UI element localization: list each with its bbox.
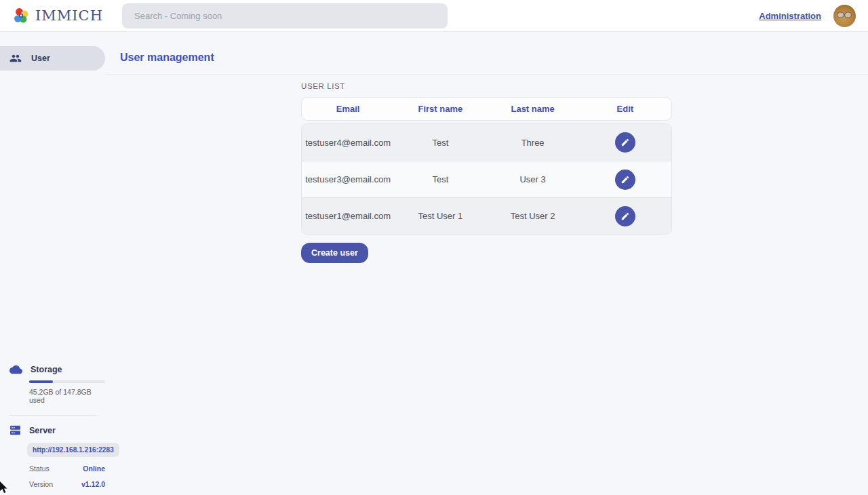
storage-title: Storage	[31, 365, 62, 374]
sidebar-divider	[9, 415, 97, 416]
column-header-email: Email	[302, 104, 394, 114]
glasses-icon	[836, 11, 853, 19]
sidebar-item-user[interactable]: User	[0, 46, 105, 71]
pencil-icon	[620, 138, 630, 147]
column-header-first-name: First name	[394, 104, 486, 114]
pencil-icon	[620, 175, 630, 184]
sidebar: User Storage 45.2GB of 147.8GB used	[0, 32, 105, 495]
cell-email: testuser4@email.com	[302, 138, 394, 148]
cell-last-name: Test User 2	[487, 211, 579, 221]
table-header-row: Email First name Last name Edit	[301, 97, 672, 121]
cell-email: testuser1@email.com	[302, 211, 394, 221]
server-version-row: Version v1.12.0	[29, 473, 105, 488]
storage-progress-track	[29, 380, 105, 383]
main-content: User management USER LIST Email First na…	[105, 32, 868, 495]
cell-email: testuser3@email.com	[302, 174, 394, 184]
version-value: v1.12.0	[81, 480, 105, 488]
user-table: testuser4@email.com Test Three testuser3…	[301, 123, 672, 235]
app-logo[interactable]: IMMICH	[12, 7, 121, 24]
version-label: Version	[29, 480, 53, 488]
users-icon	[9, 52, 22, 64]
storage-section: Storage 45.2GB of 147.8GB used	[0, 365, 105, 404]
table-row: testuser1@email.com Test User 1 Test Use…	[302, 197, 671, 234]
user-list-label: USER LIST	[301, 82, 672, 90]
table-row: testuser4@email.com Test Three	[302, 124, 671, 161]
cell-last-name: Three	[487, 138, 579, 148]
cell-first-name: Test	[394, 138, 486, 148]
top-bar: IMMICH Administration	[0, 0, 868, 32]
storage-progress-fill	[29, 380, 53, 383]
edit-user-button[interactable]	[615, 206, 635, 226]
table-row: testuser3@email.com Test User 3	[302, 161, 671, 197]
cloud-icon	[9, 365, 22, 374]
status-label: Status	[29, 464, 50, 473]
cell-first-name: Test	[394, 174, 486, 184]
cell-first-name: Test User 1	[394, 211, 486, 221]
create-user-button[interactable]: Create user	[301, 243, 368, 263]
page-title: User management	[120, 52, 868, 64]
storage-usage-text: 45.2GB of 147.8GB used	[29, 388, 105, 404]
column-header-last-name: Last name	[487, 104, 579, 114]
cell-last-name: User 3	[487, 174, 579, 184]
server-section: Server http://192.168.1.216:2283 Status …	[0, 425, 105, 488]
search-input[interactable]	[122, 3, 448, 28]
server-title: Server	[29, 426, 56, 435]
mouse-cursor	[0, 481, 11, 494]
immich-flower-icon	[12, 7, 30, 24]
server-icon	[9, 425, 21, 435]
column-header-edit: Edit	[579, 104, 671, 114]
user-avatar[interactable]	[833, 5, 856, 27]
status-value: Online	[83, 464, 105, 473]
administration-link[interactable]: Administration	[759, 11, 821, 21]
edit-user-button[interactable]	[615, 170, 635, 190]
edit-user-button[interactable]	[615, 132, 635, 153]
app-name: IMMICH	[35, 7, 103, 24]
sidebar-item-label: User	[31, 54, 50, 63]
title-divider	[105, 74, 868, 75]
server-status-row: Status Online	[29, 457, 105, 473]
pencil-icon	[620, 212, 630, 221]
